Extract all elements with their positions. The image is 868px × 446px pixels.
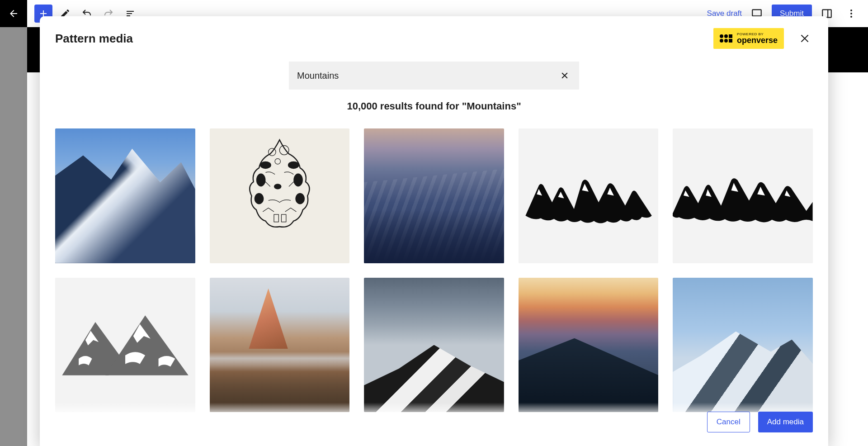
media-item[interactable] — [673, 278, 813, 413]
mountain-icon — [59, 312, 192, 379]
media-item[interactable] — [364, 278, 504, 413]
pattern-media-modal: Pattern media POWERED BY openverse — [40, 16, 828, 446]
illustration-icon — [231, 135, 329, 256]
svg-point-14 — [293, 173, 303, 186]
cancel-button[interactable]: Cancel — [707, 412, 750, 432]
media-item[interactable] — [519, 278, 659, 413]
media-item[interactable] — [364, 128, 504, 263]
close-icon — [560, 71, 569, 80]
media-item[interactable] — [210, 278, 350, 413]
media-item[interactable] — [519, 128, 659, 263]
modal-footer: Cancel Add media — [40, 403, 828, 446]
media-grid — [55, 128, 813, 412]
svg-rect-9 — [274, 214, 278, 222]
close-modal-button[interactable] — [797, 30, 813, 47]
clear-search-button[interactable] — [558, 69, 571, 82]
media-item[interactable] — [55, 128, 195, 263]
add-media-button[interactable]: Add media — [758, 412, 813, 432]
mountain-silhouette-icon — [522, 162, 655, 229]
openverse-badge: POWERED BY openverse — [713, 28, 784, 49]
mountain-silhouette-icon — [673, 164, 813, 228]
svg-point-11 — [260, 161, 271, 169]
svg-rect-10 — [282, 214, 286, 222]
svg-point-12 — [288, 161, 299, 169]
openverse-logo-icon — [720, 34, 732, 43]
close-icon — [799, 33, 811, 44]
svg-point-13 — [256, 173, 266, 186]
search-box — [289, 62, 579, 90]
svg-point-8 — [275, 158, 280, 164]
results-count: 10,000 results found for "Mountains" — [40, 100, 828, 112]
media-item[interactable] — [55, 278, 195, 413]
svg-point-15 — [255, 193, 264, 204]
modal-title: Pattern media — [55, 32, 133, 46]
media-item[interactable] — [673, 128, 813, 263]
svg-point-17 — [274, 184, 281, 189]
svg-point-16 — [295, 193, 305, 204]
openverse-name: openverse — [737, 36, 778, 44]
search-input[interactable] — [297, 71, 553, 81]
media-item[interactable] — [210, 128, 350, 263]
svg-point-7 — [279, 146, 289, 155]
